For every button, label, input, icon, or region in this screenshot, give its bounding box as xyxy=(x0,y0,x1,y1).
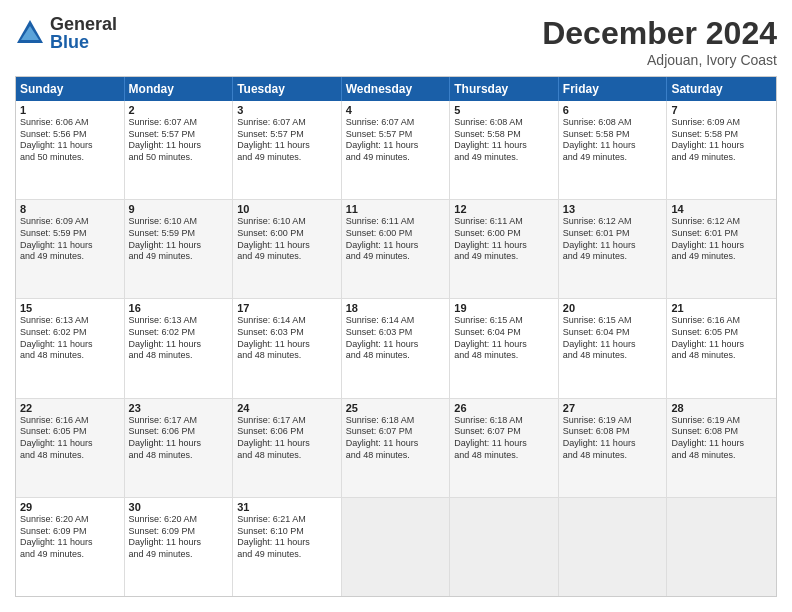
sunrise-line: Sunrise: 6:12 AM xyxy=(563,216,663,228)
logo-blue: Blue xyxy=(50,33,117,51)
calendar-cell-9: 9Sunrise: 6:10 AMSunset: 5:59 PMDaylight… xyxy=(125,200,234,298)
calendar-cell-27: 27Sunrise: 6:19 AMSunset: 6:08 PMDayligh… xyxy=(559,399,668,497)
day-number: 28 xyxy=(671,402,772,414)
sunrise-line: Sunrise: 6:18 AM xyxy=(454,415,554,427)
day-number: 8 xyxy=(20,203,120,215)
sunrise-line: Sunrise: 6:19 AM xyxy=(563,415,663,427)
sunrise-line: Sunrise: 6:10 AM xyxy=(129,216,229,228)
calendar-cell-29: 29Sunrise: 6:20 AMSunset: 6:09 PMDayligh… xyxy=(16,498,125,596)
sunrise-line: Sunrise: 6:17 AM xyxy=(237,415,337,427)
daylight-line: Daylight: 11 hours xyxy=(20,240,120,252)
mins-line: and 48 minutes. xyxy=(563,350,663,362)
calendar-week-1: 1Sunrise: 6:06 AMSunset: 5:56 PMDaylight… xyxy=(16,101,776,200)
day-number: 30 xyxy=(129,501,229,513)
calendar-cell-8: 8Sunrise: 6:09 AMSunset: 5:59 PMDaylight… xyxy=(16,200,125,298)
daylight-line: Daylight: 11 hours xyxy=(237,140,337,152)
daylight-line: Daylight: 11 hours xyxy=(20,537,120,549)
day-number: 14 xyxy=(671,203,772,215)
mins-line: and 49 minutes. xyxy=(237,549,337,561)
calendar-cell-empty xyxy=(667,498,776,596)
sunrise-line: Sunrise: 6:18 AM xyxy=(346,415,446,427)
mins-line: and 48 minutes. xyxy=(237,350,337,362)
sunset-line: Sunset: 6:02 PM xyxy=(129,327,229,339)
daylight-line: Daylight: 11 hours xyxy=(454,438,554,450)
daylight-line: Daylight: 11 hours xyxy=(563,339,663,351)
sunset-line: Sunset: 6:04 PM xyxy=(563,327,663,339)
sunset-line: Sunset: 5:57 PM xyxy=(346,129,446,141)
sunrise-line: Sunrise: 6:07 AM xyxy=(237,117,337,129)
calendar-cell-21: 21Sunrise: 6:16 AMSunset: 6:05 PMDayligh… xyxy=(667,299,776,397)
calendar-cell-30: 30Sunrise: 6:20 AMSunset: 6:09 PMDayligh… xyxy=(125,498,234,596)
calendar-cell-31: 31Sunrise: 6:21 AMSunset: 6:10 PMDayligh… xyxy=(233,498,342,596)
month-title: December 2024 xyxy=(542,15,777,52)
sunset-line: Sunset: 6:00 PM xyxy=(454,228,554,240)
mins-line: and 48 minutes. xyxy=(20,350,120,362)
mins-line: and 49 minutes. xyxy=(671,152,772,164)
sunrise-line: Sunrise: 6:07 AM xyxy=(346,117,446,129)
day-number: 25 xyxy=(346,402,446,414)
sunset-line: Sunset: 6:00 PM xyxy=(346,228,446,240)
mins-line: and 48 minutes. xyxy=(129,350,229,362)
calendar: SundayMondayTuesdayWednesdayThursdayFrid… xyxy=(15,76,777,597)
daylight-line: Daylight: 11 hours xyxy=(129,339,229,351)
sunrise-line: Sunrise: 6:17 AM xyxy=(129,415,229,427)
calendar-cell-14: 14Sunrise: 6:12 AMSunset: 6:01 PMDayligh… xyxy=(667,200,776,298)
calendar-cell-24: 24Sunrise: 6:17 AMSunset: 6:06 PMDayligh… xyxy=(233,399,342,497)
daylight-line: Daylight: 11 hours xyxy=(20,438,120,450)
mins-line: and 49 minutes. xyxy=(563,152,663,164)
sunrise-line: Sunrise: 6:13 AM xyxy=(129,315,229,327)
sunrise-line: Sunrise: 6:12 AM xyxy=(671,216,772,228)
calendar-cell-26: 26Sunrise: 6:18 AMSunset: 6:07 PMDayligh… xyxy=(450,399,559,497)
sunset-line: Sunset: 6:09 PM xyxy=(20,526,120,538)
day-number: 15 xyxy=(20,302,120,314)
day-number: 5 xyxy=(454,104,554,116)
sunrise-line: Sunrise: 6:06 AM xyxy=(20,117,120,129)
page: General Blue December 2024 Adjouan, Ivor… xyxy=(0,0,792,612)
calendar-cell-12: 12Sunrise: 6:11 AMSunset: 6:00 PMDayligh… xyxy=(450,200,559,298)
sunset-line: Sunset: 6:02 PM xyxy=(20,327,120,339)
sunrise-line: Sunrise: 6:16 AM xyxy=(671,315,772,327)
day-number: 13 xyxy=(563,203,663,215)
mins-line: and 50 minutes. xyxy=(129,152,229,164)
sunrise-line: Sunrise: 6:13 AM xyxy=(20,315,120,327)
sunset-line: Sunset: 6:05 PM xyxy=(20,426,120,438)
daylight-line: Daylight: 11 hours xyxy=(129,140,229,152)
sunset-line: Sunset: 6:06 PM xyxy=(129,426,229,438)
calendar-cell-2: 2Sunrise: 6:07 AMSunset: 5:57 PMDaylight… xyxy=(125,101,234,199)
mins-line: and 48 minutes. xyxy=(20,450,120,462)
mins-line: and 48 minutes. xyxy=(129,450,229,462)
sunset-line: Sunset: 5:59 PM xyxy=(20,228,120,240)
day-number: 22 xyxy=(20,402,120,414)
logo-text: General Blue xyxy=(50,15,117,51)
daylight-line: Daylight: 11 hours xyxy=(20,140,120,152)
mins-line: and 48 minutes. xyxy=(237,450,337,462)
day-number: 26 xyxy=(454,402,554,414)
header-day-monday: Monday xyxy=(125,77,234,101)
sunrise-line: Sunrise: 6:16 AM xyxy=(20,415,120,427)
day-number: 27 xyxy=(563,402,663,414)
location: Adjouan, Ivory Coast xyxy=(542,52,777,68)
mins-line: and 49 minutes. xyxy=(237,251,337,263)
header-day-wednesday: Wednesday xyxy=(342,77,451,101)
day-number: 4 xyxy=(346,104,446,116)
daylight-line: Daylight: 11 hours xyxy=(129,537,229,549)
sunset-line: Sunset: 6:10 PM xyxy=(237,526,337,538)
day-number: 12 xyxy=(454,203,554,215)
sunrise-line: Sunrise: 6:08 AM xyxy=(563,117,663,129)
calendar-cell-6: 6Sunrise: 6:08 AMSunset: 5:58 PMDaylight… xyxy=(559,101,668,199)
sunset-line: Sunset: 6:07 PM xyxy=(454,426,554,438)
sunrise-line: Sunrise: 6:14 AM xyxy=(346,315,446,327)
sunrise-line: Sunrise: 6:11 AM xyxy=(346,216,446,228)
day-number: 24 xyxy=(237,402,337,414)
daylight-line: Daylight: 11 hours xyxy=(346,140,446,152)
daylight-line: Daylight: 11 hours xyxy=(237,240,337,252)
daylight-line: Daylight: 11 hours xyxy=(671,339,772,351)
daylight-line: Daylight: 11 hours xyxy=(237,339,337,351)
sunrise-line: Sunrise: 6:09 AM xyxy=(20,216,120,228)
calendar-cell-empty xyxy=(450,498,559,596)
calendar-cell-1: 1Sunrise: 6:06 AMSunset: 5:56 PMDaylight… xyxy=(16,101,125,199)
sunset-line: Sunset: 6:08 PM xyxy=(671,426,772,438)
day-number: 6 xyxy=(563,104,663,116)
calendar-week-2: 8Sunrise: 6:09 AMSunset: 5:59 PMDaylight… xyxy=(16,200,776,299)
sunset-line: Sunset: 6:01 PM xyxy=(671,228,772,240)
